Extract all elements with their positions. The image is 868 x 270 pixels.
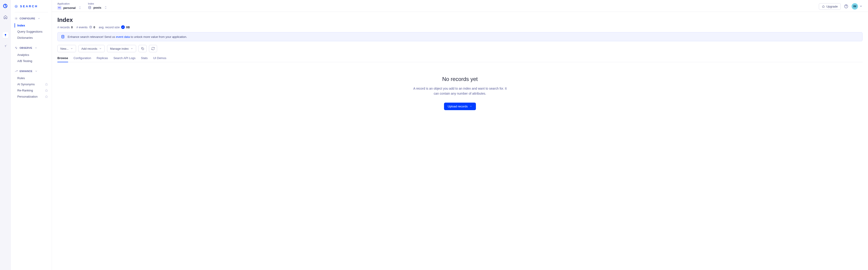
svg-point-8 [89,6,91,7]
gear-icon [14,17,18,20]
sidebar-item-personalization[interactable]: Personalization [11,93,52,100]
sidebar-item-dictionaries[interactable]: Dictionaries [11,35,52,41]
star-icon [822,5,825,8]
section-configure[interactable]: CONFIGURE [11,16,52,22]
sidebar-item-ab-testing[interactable]: A/B Testing [11,58,52,64]
empty-body: A record is an object you add to an inde… [412,86,508,96]
banner-text: Enhance search relevance! Send us event … [68,35,187,38]
index-selector[interactable]: Index posts [88,2,107,9]
product-title: SEARCH [11,0,52,12]
new-button[interactable]: New... [57,45,76,52]
star-icon [45,83,48,86]
tabs: BrowseConfigurationReplicasSearch API Lo… [57,56,863,62]
chevron-down-icon [130,47,133,50]
tab-browse[interactable]: Browse [57,56,68,62]
chevron-down-icon [35,47,37,49]
tab-replicas[interactable]: Replicas [97,56,108,62]
sidebar-item-re-ranking[interactable]: Re-Ranking [11,87,52,93]
nav-rail [0,0,11,270]
tab-ui-demos[interactable]: UI Demos [153,56,166,62]
topbar: Application PE personal Index posts Upgr… [52,0,868,12]
empty-title: No records yet [62,76,858,82]
tab-configuration[interactable]: Configuration [73,56,91,62]
page-title: Index [57,17,863,24]
event-data-link[interactable]: event data [116,35,130,38]
copy-icon [141,47,144,50]
empty-state: No records yet A record is an object you… [57,62,863,119]
sidebar-item-analytics[interactable]: Analytics [11,52,52,58]
tab-stats[interactable]: Stats [141,56,148,62]
main: Application PE personal Index posts Upgr… [52,0,868,270]
svg-point-1 [5,34,6,35]
chevron-down-icon[interactable] [859,5,863,8]
app-badge: PE [57,6,61,10]
trending-icon [14,70,18,73]
index-stats: # records 0 # events 0 avg. record size … [57,25,863,29]
section-enhance[interactable]: ENHANCE [11,68,52,74]
manage-index-button[interactable]: Manage index [107,45,136,52]
add-records-button[interactable]: Add records [78,45,105,52]
tab-search-api-logs[interactable]: Search API Logs [114,56,135,62]
star-icon [45,89,48,92]
chevron-down-icon [469,105,472,108]
sidebar: SEARCH CONFIGURE Index Query Suggestions… [11,0,52,270]
svg-point-3 [5,45,6,46]
upgrade-button[interactable]: Upgrade [819,3,841,10]
activity-icon [14,46,18,50]
section-observe[interactable]: OBSERVE [11,45,52,51]
sidebar-item-rules[interactable]: Rules [11,75,52,81]
application-selector[interactable]: Application PE personal [57,2,81,10]
chevron-down-icon [99,47,102,50]
check-icon [121,25,125,29]
svg-point-6 [16,6,17,7]
database-icon [88,6,92,9]
svg-point-7 [16,18,17,19]
refresh-button[interactable] [149,45,157,52]
chevron-down-icon [70,47,73,50]
event-data-banner: Enhance search relevance! Send us event … [57,32,863,41]
logo-icon[interactable] [3,3,8,9]
chevron-down-icon [38,17,40,20]
database-icon [89,26,92,29]
svg-point-11 [62,35,64,36]
star-icon [45,95,48,98]
copy-button[interactable] [138,45,147,52]
help-icon[interactable] [844,4,848,9]
database-icon [61,35,65,39]
upload-records-button[interactable]: Upload records [444,103,476,110]
svg-point-10 [90,26,92,27]
refresh-icon [151,47,155,50]
sidebar-item-index[interactable]: Index [11,22,52,28]
avatar[interactable]: IM [851,3,858,9]
target-icon [14,5,18,8]
sort-icon [104,6,107,9]
add-pin-icon[interactable] [4,45,7,48]
sort-icon [79,6,81,9]
chevron-down-icon [35,70,38,73]
sidebar-item-query-suggestions[interactable]: Query Suggestions [11,28,52,35]
home-icon[interactable] [3,15,7,19]
sidebar-item-ai-synonyms[interactable]: AI Synonyms [11,81,52,87]
pin-icon[interactable] [2,32,8,38]
svg-rect-12 [142,48,144,50]
